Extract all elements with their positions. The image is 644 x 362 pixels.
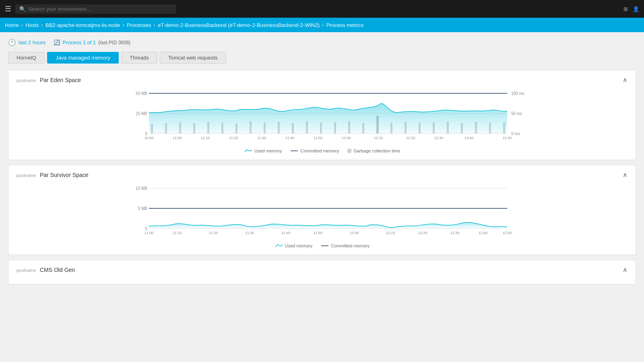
pool-title-cms: poolname CMS Old Gen xyxy=(17,267,75,273)
top-bar: ☰ 🔍 ⊞ 👤 xyxy=(0,0,644,18)
breadcrumb-sep-4: › xyxy=(154,22,156,28)
chart-legend-eden: Used memory Committed memory Garbage col… xyxy=(17,148,627,153)
search-input[interactable] xyxy=(28,6,172,12)
pool-title-survivor: poolname Par Survivor Space xyxy=(17,172,89,178)
poolname-label-cms: poolname xyxy=(17,268,36,273)
breadcrumb-hosts[interactable]: Hosts xyxy=(25,22,39,28)
legend-used-memory-eden: Used memory xyxy=(244,148,282,153)
legend-icon-committed-survivor xyxy=(320,243,329,248)
windows-icon[interactable]: ⊞ xyxy=(623,6,628,12)
search-box[interactable]: 🔍 xyxy=(15,4,176,14)
x-label-1250: 12:50 xyxy=(503,136,512,140)
x-label-1150: 11:50 xyxy=(314,136,323,140)
x-label-1200: 12:00 xyxy=(342,136,351,140)
legend-icon-committed xyxy=(290,148,299,153)
x-label-s-1250: 12:50 xyxy=(503,231,512,235)
x-label-s-1130: 11:30 xyxy=(245,231,254,235)
tab-tomcat-web-requests[interactable]: Tomcat web requests xyxy=(160,52,226,64)
x-label-s-1210: 12:10 xyxy=(386,231,395,235)
x-label-s-1120: 11:20 xyxy=(209,231,218,235)
legend-gc-time-eden: Garbage collection time xyxy=(347,148,400,153)
breadcrumb-process-metrics[interactable]: Process metrics xyxy=(326,22,363,28)
pool-card-par-eden: poolname Par Eden Space ∧ 50 MB 25 MB 0 … xyxy=(8,70,636,160)
x-label-1240: 12:40 xyxy=(464,136,474,140)
y-right-0ms: 0 ms xyxy=(511,132,520,136)
top-bar-right: ⊞ 👤 xyxy=(623,6,639,12)
legend-icon-used-survivor xyxy=(275,243,283,248)
breadcrumb-sep-3: › xyxy=(122,22,124,28)
breadcrumb-home[interactable]: Home xyxy=(5,22,19,28)
tab-threads[interactable]: Threads xyxy=(121,52,157,64)
breadcrumb-processes[interactable]: Processes xyxy=(127,22,151,28)
last-pid-label: (last PID 3608) xyxy=(98,40,130,45)
legend-label-gc-eden: Garbage collection time xyxy=(353,148,400,153)
breadcrumb-sep-5: › xyxy=(322,22,324,28)
breadcrumb-backend[interactable]: eT-demo-2-BusinessBackend (eT-demo-2-Bus… xyxy=(158,22,320,28)
x-label-1110: 11:10 xyxy=(201,136,210,140)
clock-icon: 🕐 xyxy=(8,39,16,46)
x-label-1220: 12:20 xyxy=(406,136,415,140)
legend-icon-gc xyxy=(347,148,352,153)
legend-label-used-eden: Used memory xyxy=(254,148,282,153)
y-label-25mb: 25 MB xyxy=(136,111,147,116)
main-content: 🕐 last 2 hours 🔄 Process 1 of 1 (last PI… xyxy=(0,32,644,362)
y-label-0-survivor: 0 xyxy=(145,226,147,231)
chart-area-eden: 50 MB 25 MB 0 100 ms 50 ms 0 ms xyxy=(17,88,627,153)
y-label-5mb: 5 MB xyxy=(138,206,148,211)
process-info[interactable]: 🔄 Process 1 of 1 (last PID 3608) xyxy=(54,39,130,45)
legend-committed-memory-survivor: Committed memory xyxy=(320,243,369,248)
legend-used-memory-survivor: Used memory xyxy=(275,243,312,248)
x-label-1130: 11:30 xyxy=(257,136,266,140)
x-label-1140: 11:40 xyxy=(285,136,295,140)
x-label-s-1150: 11:50 xyxy=(314,231,323,235)
process-cycle-icon: 🔄 xyxy=(54,39,60,45)
y-label-50mb: 50 MB xyxy=(136,91,147,96)
pool-header-cms: poolname CMS Old Gen ∧ xyxy=(17,266,627,274)
chevron-up-eden[interactable]: ∧ xyxy=(623,76,627,84)
chart-svg-survivor: 10 MB 5 MB 0 11:00 xyxy=(17,183,627,239)
x-label-1230: 12:30 xyxy=(434,136,444,140)
hamburger-icon[interactable]: ☰ xyxy=(5,4,11,13)
used-memory-area-eden xyxy=(149,103,507,134)
pool-header-survivor: poolname Par Survivor Space ∧ xyxy=(17,171,627,179)
svg-rect-1 xyxy=(347,149,351,153)
y-label-0: 0 xyxy=(145,132,147,136)
x-label-1050: 10:50 xyxy=(144,136,154,140)
chevron-up-survivor[interactable]: ∧ xyxy=(623,171,627,179)
search-icon: 🔍 xyxy=(19,6,26,12)
chart-legend-survivor: Used memory Committed memory xyxy=(17,243,627,248)
x-label-1210: 12:10 xyxy=(374,136,383,140)
breadcrumb: Home › Hosts › BB2-apache-tomcatjms-iis-… xyxy=(0,18,644,32)
pool-card-par-survivor: poolname Par Survivor Space ∧ 10 MB 5 MB… xyxy=(8,165,636,255)
x-label-s-1220: 12:20 xyxy=(418,231,427,235)
pool-header-par-eden: poolname Par Eden Space ∧ xyxy=(17,76,627,84)
x-label-s-1100: 11:00 xyxy=(144,231,154,235)
y-right-50ms: 50 ms xyxy=(511,111,522,116)
time-range-label: last 2 hours xyxy=(19,39,45,45)
x-label-s-1110: 11:10 xyxy=(173,231,182,235)
poolname-label-survivor: poolname xyxy=(17,173,36,178)
tab-hornetq[interactable]: HornetQ xyxy=(8,52,45,64)
tabs: HornetQ Java managed memory Threads Tomc… xyxy=(8,52,636,64)
chart-area-survivor: 10 MB 5 MB 0 11:00 xyxy=(17,183,627,248)
legend-label-used-survivor: Used memory xyxy=(285,243,312,248)
pool-name-survivor: Par Survivor Space xyxy=(40,172,89,178)
x-label-s-1240: 12:40 xyxy=(479,231,488,235)
breadcrumb-node[interactable]: BB2-apache-tomcatjms-iis-node xyxy=(45,22,120,28)
breadcrumb-sep-2: › xyxy=(41,22,43,28)
tab-java-managed-memory[interactable]: Java managed memory xyxy=(47,52,119,64)
time-range[interactable]: 🕐 last 2 hours xyxy=(8,39,45,46)
legend-committed-memory-eden: Committed memory xyxy=(290,148,339,153)
pool-name-cms: CMS Old Gen xyxy=(40,267,75,273)
y-label-10mb: 10 MB xyxy=(136,186,147,191)
pool-name-eden: Par Eden Space xyxy=(40,77,81,83)
breadcrumb-sep-1: › xyxy=(21,22,23,28)
chevron-up-cms[interactable]: ∧ xyxy=(623,266,627,274)
process-info-label: Process 1 of 1 xyxy=(62,39,96,45)
user-icon[interactable]: 👤 xyxy=(633,6,639,12)
x-label-1120: 11:20 xyxy=(229,136,238,140)
legend-label-committed-survivor: Committed memory xyxy=(331,243,369,248)
x-label-s-1200: 12:00 xyxy=(350,231,359,235)
y-right-100ms: 100 ms xyxy=(511,91,524,96)
legend-label-committed-eden: Committed memory xyxy=(300,148,339,153)
